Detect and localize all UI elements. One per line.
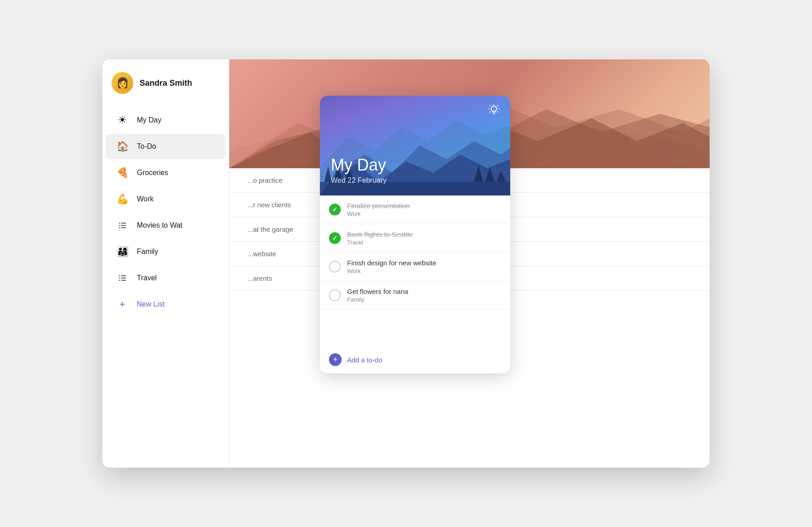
avatar-emoji: 👩 <box>116 78 129 88</box>
task-list-1: Work <box>347 210 501 217</box>
task-name-1: Finalize presentation <box>347 202 501 210</box>
sidebar-item-family[interactable]: 👨‍👩‍👧 Family <box>106 239 225 264</box>
task-list-4: Family <box>347 296 501 303</box>
sidebar-item-travel[interactable]: Travel <box>106 265 225 291</box>
add-todo-label: Add a to-do <box>347 356 382 364</box>
sidebar-item-label: Family <box>137 248 158 256</box>
popup-title-group: My Day Wed 22 February <box>331 156 499 185</box>
task-check-1[interactable]: ✓ <box>329 204 341 215</box>
svg-rect-1 <box>121 223 126 224</box>
app-container: 👩 Sandra Smith ☀ My Day 🏠 To-Do 🍕 Grocer… <box>102 59 710 468</box>
popup-task-list: ✓ Finalize presentation Work ✓ Book flig… <box>320 195 510 310</box>
sidebar-item-new-list[interactable]: + New List <box>106 292 225 317</box>
svg-rect-5 <box>121 227 126 228</box>
sidebar-item-label: Groceries <box>137 169 168 177</box>
svg-rect-10 <box>119 280 120 281</box>
list-icon <box>115 218 130 233</box>
add-todo-footer[interactable]: + Add a to-do <box>320 346 510 373</box>
sidebar-item-label: My Day <box>137 116 161 124</box>
checkmark-icon: ✓ <box>332 234 338 242</box>
user-name: Sandra Smith <box>140 78 192 88</box>
plus-icon: + <box>115 297 130 312</box>
list2-icon <box>115 271 130 285</box>
task-info-4: Get flowers for nana Family <box>347 288 501 303</box>
svg-rect-4 <box>119 227 120 228</box>
muscle-icon: 💪 <box>115 192 130 206</box>
svg-rect-0 <box>119 223 120 224</box>
task-name-3: Finish design for new website <box>347 259 501 267</box>
svg-line-32 <box>498 106 498 107</box>
task-item-3[interactable]: Finish design for new website Work <box>320 253 510 281</box>
popup-header: My Day Wed 22 February <box>320 96 510 195</box>
user-profile[interactable]: 👩 Sandra Smith <box>102 59 229 103</box>
checkmark-icon: ✓ <box>332 206 338 213</box>
svg-rect-8 <box>119 278 120 278</box>
add-circle-icon: + <box>329 353 342 366</box>
task-item-1[interactable]: ✓ Finalize presentation Work <box>320 195 510 224</box>
popup-title: My Day <box>331 156 499 175</box>
task-check-2[interactable]: ✓ <box>329 232 341 244</box>
sidebar-item-work[interactable]: 💪 Work <box>106 186 225 212</box>
svg-rect-2 <box>119 225 120 226</box>
task-item-4[interactable]: Get flowers for nana Family <box>320 281 510 310</box>
family-icon: 👨‍👩‍👧 <box>115 244 130 259</box>
sidebar-nav: ☀ My Day 🏠 To-Do 🍕 Groceries 💪 Work <box>102 103 229 468</box>
task-name-4: Get flowers for nana <box>347 288 501 295</box>
sidebar-item-my-day[interactable]: ☀ My Day <box>106 107 225 133</box>
sidebar-item-label: To-Do <box>137 142 156 151</box>
sidebar-item-groceries[interactable]: 🍕 Groceries <box>106 160 225 185</box>
svg-rect-6 <box>119 275 120 276</box>
svg-point-30 <box>491 106 497 112</box>
sidebar-item-todo[interactable]: 🏠 To-Do <box>106 134 225 159</box>
task-info-3: Finish design for new website Work <box>347 259 501 274</box>
svg-line-33 <box>490 106 491 107</box>
svg-rect-7 <box>121 275 126 276</box>
lightbulb-icon <box>488 104 500 119</box>
sidebar: 👩 Sandra Smith ☀ My Day 🏠 To-Do 🍕 Grocer… <box>102 59 229 468</box>
svg-rect-9 <box>121 278 126 278</box>
task-name-2: Book flights to Seattle <box>347 230 501 238</box>
task-info-1: Finalize presentation Work <box>347 202 501 217</box>
popup-subtitle: Wed 22 February <box>331 176 499 185</box>
myday-popup: My Day Wed 22 February ✓ Finalize presen… <box>320 96 510 373</box>
sidebar-item-label: Travel <box>137 274 157 282</box>
task-check-4[interactable] <box>329 289 341 301</box>
popup-spacer <box>320 310 510 346</box>
task-list-2: Travel <box>347 239 501 246</box>
pizza-icon: 🍕 <box>115 166 130 180</box>
svg-line-36 <box>498 112 498 112</box>
avatar: 👩 <box>111 72 133 94</box>
sun-icon: ☀ <box>115 113 130 127</box>
sidebar-item-movies[interactable]: Movies to Wat <box>106 213 225 238</box>
svg-rect-3 <box>121 225 126 226</box>
task-check-3[interactable] <box>329 261 341 273</box>
task-item-2[interactable]: ✓ Book flights to Seattle Travel <box>320 224 510 253</box>
svg-rect-11 <box>121 280 126 281</box>
task-info-2: Book flights to Seattle Travel <box>347 230 501 246</box>
sidebar-item-label: Work <box>137 195 154 203</box>
task-list-3: Work <box>347 268 501 274</box>
sidebar-item-label: Movies to Wat <box>137 221 183 229</box>
new-list-label: New List <box>137 300 164 308</box>
home-check-icon: 🏠 <box>115 139 130 154</box>
svg-line-37 <box>490 112 491 112</box>
main-content: ...o practice ...r new clients ...at the… <box>229 59 710 468</box>
